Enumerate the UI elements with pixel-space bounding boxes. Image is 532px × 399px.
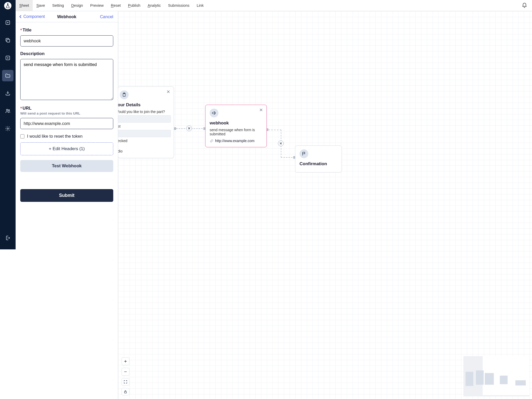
menu-link[interactable]: Link — [193, 0, 207, 11]
card-option: st — [118, 124, 170, 128]
webhook-panel: Component Webhook Cancel *Title Descript… — [16, 11, 118, 249]
description-textarea[interactable] — [20, 59, 113, 100]
back-breadcrumb[interactable]: Component — [18, 14, 45, 19]
megaphone-icon — [210, 109, 218, 117]
card-url: http://www.example.com — [210, 139, 262, 143]
menu-publish[interactable]: Publish — [124, 0, 144, 11]
test-webhook-button[interactable]: Test Webhook — [20, 160, 113, 172]
close-icon[interactable] — [259, 108, 263, 112]
card-title: webhook — [210, 121, 262, 126]
reset-token-checkbox[interactable]: I would like to reset the token — [20, 134, 113, 139]
field-placeholder — [118, 115, 171, 123]
rail-new-icon[interactable] — [2, 17, 14, 28]
clipboard-icon — [120, 90, 129, 99]
menu-sheet[interactable]: Sheet — [16, 0, 33, 11]
connector-line — [281, 157, 295, 158]
webhook-card[interactable]: webhook send message when form is submit… — [205, 105, 267, 147]
menu-analytic[interactable]: Analytic — [144, 0, 164, 11]
rail-folder-icon[interactable] — [2, 70, 14, 81]
menu-submissions[interactable]: Submissions — [164, 0, 193, 11]
flag-icon — [300, 149, 308, 158]
url-label: URL — [23, 106, 32, 111]
close-icon[interactable] — [166, 89, 171, 94]
reset-token-label: I would like to reset the token — [27, 134, 83, 139]
left-rail — [0, 0, 16, 249]
delete-connector-button[interactable] — [278, 141, 284, 146]
submit-button[interactable]: Submit — [20, 189, 113, 202]
card-option: dio — [118, 149, 170, 153]
cancel-button[interactable]: Cancel — [100, 14, 113, 19]
menu-design[interactable]: Design — [68, 0, 87, 11]
reset-token-box[interactable] — [20, 134, 24, 138]
top-menu-bar: Sheet Save Setting Design Preview Reset … — [16, 0, 332, 11]
breadcrumb-label: Component — [23, 14, 45, 19]
card-title: Confirmation — [300, 161, 332, 167]
svg-point-3 — [6, 109, 8, 111]
confirmation-card[interactable]: Confirmation — [295, 145, 332, 172]
svg-rect-1 — [7, 39, 10, 42]
rail-users-icon[interactable] — [2, 105, 14, 117]
menu-preview[interactable]: Preview — [87, 0, 107, 11]
menu-setting[interactable]: Setting — [49, 0, 68, 11]
url-hint: Will send a post request to this URL — [20, 111, 113, 115]
chevron-left-icon — [18, 14, 23, 19]
title-input[interactable] — [20, 35, 113, 46]
form-card-details[interactable]: our Details /ould you like to join the p… — [118, 87, 174, 158]
rail-new2-icon[interactable] — [2, 52, 14, 64]
menu-reset[interactable]: Reset — [107, 0, 124, 11]
rail-logout-icon[interactable] — [2, 232, 14, 244]
app-logo[interactable] — [0, 0, 16, 11]
svg-point-5 — [7, 128, 9, 129]
edit-headers-button[interactable]: + Edit Headers (1) — [20, 142, 113, 155]
rail-copy-icon[interactable] — [2, 35, 14, 46]
flow-canvas[interactable]: our Details /ould you like to join the p… — [118, 11, 332, 249]
card-option: ecked — [118, 139, 170, 143]
card-description: send message when form is submitted — [210, 128, 262, 136]
panel-header: Component Webhook Cancel — [16, 11, 118, 22]
menu-save[interactable]: Save — [33, 0, 49, 11]
url-input[interactable] — [20, 118, 113, 129]
flask-icon — [5, 3, 11, 9]
description-label: Description — [20, 51, 45, 56]
card-title: our Details — [118, 102, 170, 108]
field-placeholder — [118, 130, 171, 137]
connector-line — [268, 130, 281, 130]
rail-download-icon[interactable] — [2, 88, 14, 99]
card-question: /ould you like to join the part? — [118, 110, 170, 114]
panel-title: Webhook — [57, 14, 76, 19]
link-icon — [210, 139, 214, 143]
title-label: Title — [23, 28, 32, 33]
rail-settings-icon[interactable] — [2, 123, 14, 134]
delete-connector-button[interactable] — [186, 125, 192, 131]
svg-point-4 — [8, 110, 10, 111]
